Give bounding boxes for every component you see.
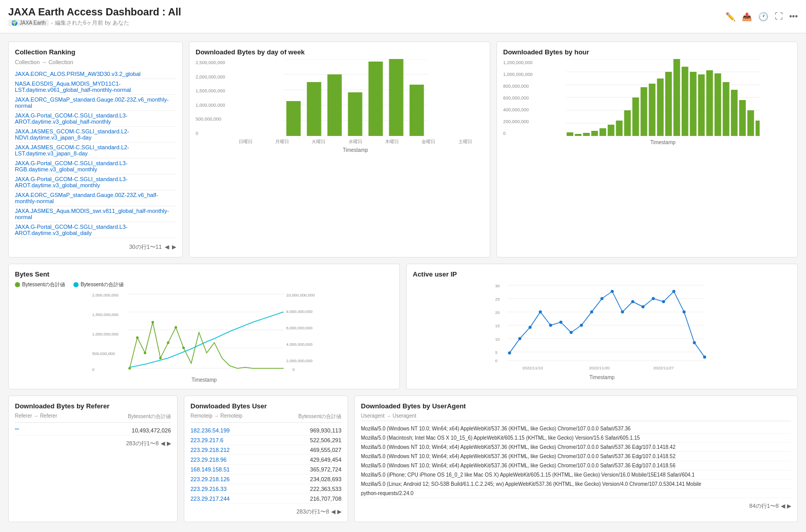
share-icon[interactable]: 📤: [742, 12, 752, 22]
user-row: 182.236.54.199969,930,113: [190, 426, 341, 436]
next-page-icon[interactable]: ▶: [172, 244, 176, 250]
collection-list-item[interactable]: JAXA.G-Portal_GCOM-C.SGLI_standard.L3-AR…: [15, 174, 176, 190]
svg-point-100: [662, 300, 665, 303]
collection-list-item[interactable]: JAXA.G-Portal_GCOM-C.SGLI_standard.L3-AR…: [15, 222, 176, 238]
svg-rect-22: [583, 133, 589, 136]
referer-value: "": [15, 427, 19, 434]
day-label: 火曜日: [312, 139, 325, 145]
collection-ranking-panel: Collection Ranking Collection → Collecti…: [8, 42, 183, 258]
svg-rect-31: [657, 78, 663, 136]
collection-list-item[interactable]: JAXA.EORC_GSMaP_standard.Gauge.00Z-23Z.v…: [15, 95, 176, 111]
user-ip: 223.29.216.33: [190, 486, 226, 492]
edit-icon[interactable]: ✏️: [725, 12, 736, 22]
useragent-col1-header: Useragent → Useragent: [361, 413, 416, 419]
referer-prev-icon[interactable]: ◀: [161, 440, 165, 447]
svg-rect-9: [348, 92, 362, 136]
user-pagination: 283の行1〜8 ◀ ▶: [190, 508, 341, 516]
svg-rect-25: [607, 125, 614, 136]
svg-rect-12: [409, 85, 424, 136]
collection-list-item[interactable]: NASA.EOSDIS_Aqua.MODIS_MYD11C1-LST.dayti…: [15, 79, 176, 95]
collection-list: JAXA.EORC_ALOS.PRISM_AW3D30.v3.2_globalN…: [15, 69, 176, 238]
collection-list-item[interactable]: JAXA.JASMES_Aqua.MODIS_swr.v811_global_h…: [15, 206, 176, 222]
svg-point-102: [683, 310, 686, 313]
useragent-row: Mozilla/5.0 (Windows NT 10.0; Win64; x64…: [361, 443, 791, 452]
legend-item-2: Bytessentの合計値: [73, 281, 124, 288]
svg-rect-29: [640, 87, 647, 136]
day-label: 木曜日: [385, 139, 399, 145]
header-left: JAXA Earth Access Dashboard : All JAXA E…: [8, 6, 181, 27]
more-icon[interactable]: •••: [789, 12, 798, 21]
bytes-sent-chart: 2,000,000,000 1,500,000,000 1,000,000,00…: [15, 291, 393, 373]
bytes-by-useragent-title: Downloaded Bytes by UserAgent: [361, 402, 791, 410]
bytes-by-useragent-panel: Downloaded Bytes by UserAgent Useragent …: [354, 396, 798, 522]
header-meta: JAXA Earth • 編集された6ヶ月前 by あなた: [8, 19, 181, 27]
svg-point-87: [529, 326, 532, 329]
svg-text:1,500,000,000: 1,500,000,000: [92, 312, 119, 317]
useragent-row: Mozilla/5.0 (iPhone; CPU iPhone OS 16_0_…: [361, 470, 791, 480]
svg-rect-10: [368, 62, 382, 136]
svg-rect-27: [624, 110, 630, 136]
referer-next-icon[interactable]: ▶: [167, 440, 171, 447]
svg-point-85: [508, 351, 511, 354]
page-title: JAXA Earth Access Dashboard : All: [8, 6, 181, 18]
user-row: 223.29.218.212469,555,027: [190, 445, 341, 455]
user-ip: 182.236.54.199: [190, 427, 229, 434]
prev-page-icon[interactable]: ◀: [165, 244, 169, 250]
useragent-value: Mozilla/5.0 (Macintosh; Intel Mac OS X 1…: [361, 435, 640, 441]
useragent-row: Mozilla/5.0 (Windows NT 10.0; Win64; x64…: [361, 424, 791, 434]
last-edited: 編集された6ヶ月前 by あなた: [55, 19, 129, 27]
separator: •: [51, 20, 53, 26]
svg-point-103: [693, 341, 696, 344]
user-ip: 223.29.217.244: [190, 496, 229, 502]
svg-rect-37: [706, 70, 713, 136]
bytes-sent-panel: Bytes Sent Bytessentの合計値 Bytessentの合計値 2…: [8, 264, 400, 389]
bytes-by-hour-xlabel: Timestamp: [535, 140, 791, 145]
referer-row: ""10,493,472,026: [15, 426, 171, 436]
user-next-icon[interactable]: ▶: [337, 508, 341, 515]
svg-rect-23: [591, 131, 598, 136]
collection-list-item[interactable]: JAXA.EORC_ALOS.PRISM_AW3D30.v3.2_global: [15, 69, 176, 79]
svg-rect-6: [286, 101, 300, 136]
svg-point-95: [611, 290, 614, 293]
svg-text:2,000,000,000: 2,000,000,000: [92, 293, 119, 298]
bytes-by-day-xlabel: Timestamp: [227, 147, 484, 153]
bytes-sent-xlabel: Timestamp: [15, 377, 393, 383]
svg-text:2022/11/13: 2022/11/13: [523, 366, 544, 370]
svg-text:30: 30: [495, 284, 500, 288]
user-ip: 223.29.218.212: [190, 447, 229, 453]
svg-rect-26: [616, 121, 622, 136]
active-user-ip-panel: Active user IP 30 25 20 15 10 5 0: [406, 264, 798, 389]
referer-pagination: 283の行1〜8 ◀ ▶: [15, 440, 171, 447]
user-prev-icon[interactable]: ◀: [331, 508, 335, 515]
svg-point-94: [601, 297, 604, 300]
bytes-by-hour-panel: Downloaded Bytes by hour 1,200,000,000 1…: [496, 42, 798, 258]
svg-text:500,000,000: 500,000,000: [92, 351, 116, 356]
collection-list-item[interactable]: JAXA.EORC_GSMaP_standard.Gauge.00Z-23Z.v…: [15, 190, 176, 206]
useragent-row: Mozilla/5.0 (Linux; Android 12; SO-53B B…: [361, 480, 791, 489]
dashboard: Collection Ranking Collection → Collecti…: [0, 33, 806, 530]
useragent-prev-icon[interactable]: ◀: [781, 503, 785, 509]
collection-list-item[interactable]: JAXA.G-Portal_GCOM-C.SGLI_standard.L3-AR…: [15, 111, 176, 127]
fullscreen-icon[interactable]: ⛶: [775, 12, 783, 21]
useragent-next-icon[interactable]: ▶: [787, 503, 791, 509]
svg-rect-40: [731, 90, 737, 136]
day-labels: 日曜日月曜日火曜日水曜日木曜日金曜日土曜日: [227, 139, 484, 145]
svg-point-90: [560, 321, 563, 324]
user-ip: 223.29.218.96: [190, 457, 226, 463]
top-row: Collection Ranking Collection → Collecti…: [8, 42, 798, 258]
svg-text:0: 0: [495, 359, 498, 363]
svg-rect-41: [739, 100, 745, 136]
svg-text:0: 0: [293, 367, 295, 372]
svg-rect-36: [698, 74, 704, 136]
svg-rect-24: [599, 128, 606, 136]
svg-point-60: [128, 367, 131, 370]
useragent-value: Mozilla/5.0 (iPhone; CPU iPhone OS 16_0_…: [361, 472, 695, 478]
collection-ranking-subtitle: Collection → Collection: [15, 59, 176, 65]
user-row: 168.149.158.51365,972,724: [190, 465, 341, 475]
collection-list-item[interactable]: JAXA.JASMES_GCOM-C.SGLI_standard.L2-LST.…: [15, 143, 176, 159]
collection-list-item[interactable]: JAXA.JASMES_GCOM-C.SGLI_standard.L2-NDVI…: [15, 127, 176, 143]
useragent-row: Mozilla/5.0 (Macintosh; Intel Mac OS X 1…: [361, 434, 791, 443]
svg-point-89: [549, 324, 552, 327]
clock-icon[interactable]: 🕐: [758, 12, 769, 22]
collection-list-item[interactable]: JAXA.G-Portal_GCOM-C.SGLI_standard.L3-RG…: [15, 159, 176, 174]
